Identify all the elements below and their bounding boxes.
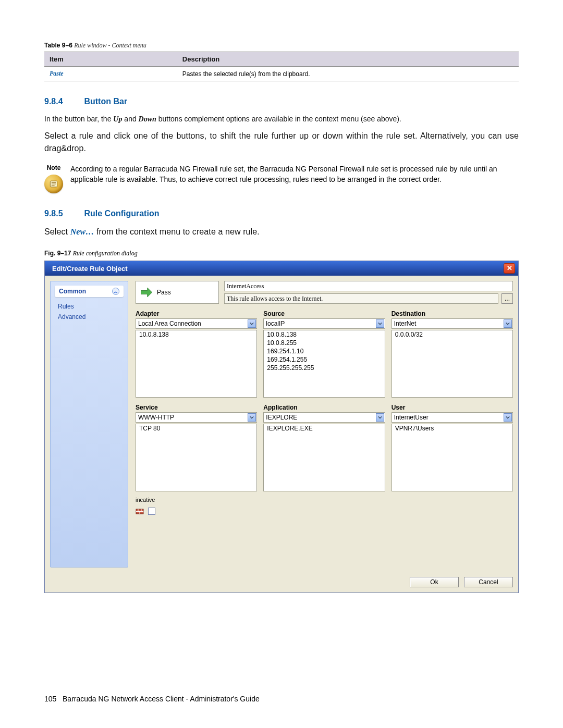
ellipsis-button[interactable]: ... xyxy=(501,293,513,304)
section-num: 9.8.4 xyxy=(44,97,82,106)
cancel-button[interactable]: Cancel xyxy=(464,577,513,587)
list-item[interactable]: 169.254.1.10 xyxy=(264,347,384,355)
user-list[interactable]: VPNR7\Users xyxy=(391,424,513,491)
destination-label: Destination xyxy=(391,310,513,317)
section-title: Rule Configuration xyxy=(84,209,159,218)
source-label: Source xyxy=(263,310,385,317)
p-984-2: Select a rule and click one of the butto… xyxy=(44,130,519,155)
note-block: Note According to a regular Barracuda NG… xyxy=(44,164,519,193)
chevron-down-icon[interactable] xyxy=(504,319,512,328)
service-label: Service xyxy=(136,404,257,411)
grid-row-2: Service WWW-HTTP TCP 80 Application IEXP… xyxy=(136,404,513,491)
section-heading-984: 9.8.4 Button Bar xyxy=(44,97,519,106)
list-item[interactable]: 10.0.8.255 xyxy=(264,339,384,347)
inactive-section: incative xyxy=(136,496,513,515)
list-item[interactable]: VPNR7\Users xyxy=(392,424,512,433)
p-985-1: Select New… from the context menu to cre… xyxy=(44,226,519,238)
chevron-down-icon[interactable] xyxy=(376,319,384,328)
sidebar-item-advanced[interactable]: Advanced xyxy=(55,312,124,322)
list-item[interactable]: 169.254.1.255 xyxy=(264,355,384,364)
list-item[interactable]: TCP 80 xyxy=(136,424,256,433)
page-footer: 105 Barracuda NG Network Access Client -… xyxy=(44,695,260,703)
col-destination: Destination InterNet 0.0.0.0/32 xyxy=(391,310,513,398)
note-text: According to a regular Barracuda NG Fire… xyxy=(70,164,519,193)
action-label: Pass xyxy=(157,289,171,296)
dialog-titlebar[interactable]: Edit/Create Rule Object ✕ xyxy=(45,261,518,276)
section-title: Button Bar xyxy=(84,97,127,106)
rule-desc-input[interactable] xyxy=(224,293,498,304)
firewall-icon[interactable] xyxy=(136,507,144,515)
user-label: User xyxy=(391,404,513,411)
fig-caption-title: Rule configuration dialog xyxy=(73,250,138,257)
col-user: User InternetUser VPNR7\Users xyxy=(391,404,513,491)
side-header[interactable]: Common ︽ xyxy=(55,286,124,297)
inactive-checkbox[interactable] xyxy=(148,508,155,515)
cell-item: Paste xyxy=(44,67,177,81)
chevron-down-icon[interactable] xyxy=(248,413,256,422)
fig-caption-label: Fig. 9–17 xyxy=(44,250,71,257)
source-list[interactable]: 10.0.8.138 10.0.8.255 169.254.1.10 169.2… xyxy=(263,330,385,398)
adapter-list[interactable]: 10.0.8.138 xyxy=(136,330,257,398)
inactive-label: incative xyxy=(136,497,513,503)
section-num: 9.8.5 xyxy=(44,209,82,218)
ok-button[interactable]: Ok xyxy=(410,577,459,587)
list-item[interactable]: 10.0.8.138 xyxy=(136,330,256,339)
kw-up: Up xyxy=(113,115,122,123)
table-caption-label: Table 9–6 xyxy=(44,42,72,49)
th-item: Item xyxy=(44,52,177,67)
table-caption: Table 9–6 Rule window - Context menu xyxy=(44,42,519,50)
context-menu-table: Item Description Paste Pastes the select… xyxy=(44,52,519,81)
page-number: 105 xyxy=(44,695,56,703)
action-combo[interactable]: Pass xyxy=(136,281,219,304)
chevron-down-icon[interactable] xyxy=(504,413,512,422)
application-label: Application xyxy=(263,404,385,411)
note-label: Note xyxy=(44,164,63,171)
dialog-main: Pass ... Adapter xyxy=(136,281,513,567)
service-combo[interactable]: WWW-HTTP xyxy=(136,412,257,423)
service-list[interactable]: TCP 80 xyxy=(136,424,257,491)
kw-down: Down xyxy=(139,115,156,123)
destination-combo[interactable]: InterNet xyxy=(391,318,513,329)
rule-name-input[interactable] xyxy=(224,281,513,291)
cell-desc: Pastes the selected rule(s) from the cli… xyxy=(177,67,519,81)
application-combo[interactable]: IEXPLORE xyxy=(263,412,385,423)
adapter-label: Adapter xyxy=(136,310,257,317)
source-combo[interactable]: localIP xyxy=(263,318,385,329)
kw-new: New… xyxy=(70,227,94,236)
chevron-down-icon[interactable] xyxy=(376,413,384,422)
table-caption-title: Rule window - Context menu xyxy=(74,42,146,49)
th-desc: Description xyxy=(177,52,519,67)
sidebar-item-rules[interactable]: Rules xyxy=(55,301,124,312)
list-item[interactable]: IEXPLORE.EXE xyxy=(264,424,384,433)
col-application: Application IEXPLORE IEXPLORE.EXE xyxy=(263,404,385,491)
destination-list[interactable]: 0.0.0.0/32 xyxy=(391,330,513,398)
grid-row-1: Adapter Local Area Connection 10.0.8.138… xyxy=(136,310,513,398)
pass-arrow-icon xyxy=(139,285,154,300)
p-984-1: In the button bar, the Up and Down butto… xyxy=(44,114,519,125)
close-icon[interactable]: ✕ xyxy=(504,263,515,274)
col-source: Source localIP 10.0.8.138 10.0.8.255 169… xyxy=(263,310,385,398)
adapter-combo[interactable]: Local Area Connection xyxy=(136,318,257,329)
list-item[interactable]: 10.0.8.138 xyxy=(264,330,384,339)
dialog-buttons: Ok Cancel xyxy=(45,573,518,593)
user-combo[interactable]: InternetUser xyxy=(391,412,513,423)
section-heading-985: 9.8.5 Rule Configuration xyxy=(44,209,519,218)
note-icon xyxy=(44,175,63,193)
col-service: Service WWW-HTTP TCP 80 xyxy=(136,404,257,491)
chevron-up-icon[interactable]: ︽ xyxy=(112,288,119,295)
footer-text: Barracuda NG Network Access Client - Adm… xyxy=(63,695,260,703)
dialog-title: Edit/Create Rule Object xyxy=(52,265,127,273)
application-list[interactable]: IEXPLORE.EXE xyxy=(263,424,385,491)
list-item[interactable]: 0.0.0.0/32 xyxy=(392,330,512,339)
chevron-down-icon[interactable] xyxy=(248,319,256,328)
figure-caption: Fig. 9–17 Rule configuration dialog xyxy=(44,250,519,257)
rule-dialog: Edit/Create Rule Object ✕ Common ︽ Rules… xyxy=(44,261,519,593)
table-row: Paste Pastes the selected rule(s) from t… xyxy=(44,67,519,81)
side-panel: Common ︽ Rules Advanced xyxy=(50,281,128,567)
col-adapter: Adapter Local Area Connection 10.0.8.138 xyxy=(136,310,257,398)
list-item[interactable]: 255.255.255.255 xyxy=(264,364,384,372)
page-root: Table 9–6 Rule window - Context menu Ite… xyxy=(0,0,563,728)
